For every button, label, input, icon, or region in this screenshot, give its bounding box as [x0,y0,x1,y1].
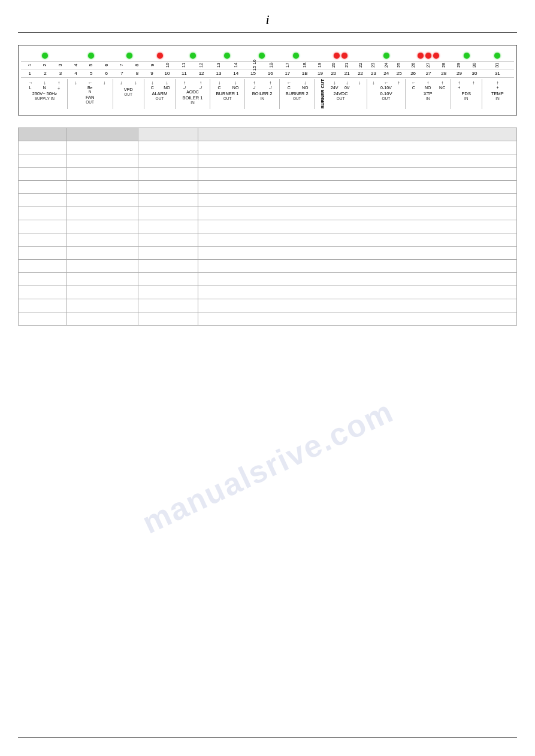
sig-burner2-sublabel: OUT [293,96,301,101]
table-cell-9-2 [138,259,198,272]
signal-vfd-7: ↓ [117,80,125,86]
led-group-vfd [114,53,145,59]
sig-temp-sublabel: IN [495,96,500,101]
sig-alarm: ↓ C ↓ NO ALARM OUT [144,79,176,109]
led-burner2 [293,53,299,59]
table-cell-2-2 [138,167,198,180]
table-cell-12-2 [138,299,198,312]
arrow-xtp-27: ↑ [427,80,429,86]
label-24vdc-20: 24V [331,86,338,90]
data-table [18,127,517,326]
table-cell-1-1 [67,154,138,167]
signal-supply-3: ↑ ⏚ [55,80,62,90]
table-cell-6-3 [198,220,517,233]
signal-alarm-10: ↓ NO [163,80,170,90]
sig-boiler2: ↑ -/ ↑ -/ BOILER 2 IN [245,79,280,109]
signals-row: → L ↓ N ↑ ⏚ 230V~ 50Hz SUPPLY IN [21,78,514,110]
led-supply [42,53,48,59]
table-cell-7-0 [19,233,67,246]
sig-boiler1-sublabel: IN [191,101,195,105]
label-fan-be: Be [87,86,93,90]
term-25: 25 [397,62,401,69]
signal-xtp-27: ↑ NO [424,80,431,90]
table-cell-7-2 [138,233,198,246]
pin-xtp-26: 26 [410,71,416,76]
arrow-fan-4: ↓ [74,80,77,86]
signal-xtp-26: ← C [410,80,417,90]
burner-cut-label: BURNER CUT [320,79,325,109]
pin-boiler1-11: 11 [182,71,187,76]
info-icon: i [265,12,269,28]
table-cell-8-3 [198,246,517,259]
pin-burner1-13: 13 [216,71,221,76]
table-cell-5-2 [138,207,198,220]
pin-fan-5: 5 [90,71,92,76]
term-group-pds: 29 30 [452,63,482,68]
arrow-24vdc-20: ↓ [333,80,335,86]
sig-010v-label: 0-10V [380,91,392,96]
pin-label-vfd: 7 8 [114,71,145,76]
table-cell-13-2 [138,312,198,325]
pin-label-temp: 31 [482,71,513,76]
signal-fan-4: ↓ [72,80,79,93]
term-3: 3 [58,62,63,69]
sig-supply: → L ↓ N ↑ ⏚ 230V~ 50Hz SUPPLY IN [22,79,68,109]
term-7: 7 [120,62,125,69]
table-cell-1-2 [138,154,198,167]
arrow-vfd-7: ↓ [120,80,122,86]
term-12: 12 [199,62,204,69]
label-fan-N: N [89,90,91,93]
signal-supply-2: ↓ N [41,80,48,90]
label-alarm-no: NO [164,86,170,90]
table-cell-11-3 [198,286,517,299]
sig-vfd-pins: ↓ ↓ [114,80,143,86]
label-burner1-c: C [218,86,221,90]
arrow-xtp-28: ↑ [441,80,443,86]
label-supply-N: N [43,86,46,90]
arrow-supply-1: → [28,80,32,86]
table-cell-12-1 [67,299,138,312]
pin-alarm-9: 9 [150,71,153,76]
table-row [19,207,517,220]
pin-burner1-14: 14 [233,71,238,76]
arrow-supply-2: ↓ [43,80,46,86]
table-cell-2-1 [67,167,138,180]
sig-burner1-sublabel: OUT [223,96,232,101]
signal-010v-23: ↓ [370,80,377,90]
sig-burner1: ↓ C ↓ NO BURNER 1 OUT [210,79,245,109]
signal-24vdc-21: ↓ 0V [343,80,350,90]
arrow-010v-24: ← [383,80,388,86]
term-9: 9 [150,62,155,69]
led-group-boiler2 [244,53,279,59]
table-cell-0-1 [67,141,138,154]
table-row [19,154,517,167]
signal-vfd-8: ↓ [132,80,139,86]
arrow-xtp-26: ← [411,80,416,86]
led-010v [383,53,389,59]
pin-010v-25: 25 [397,71,402,76]
table-row [19,312,517,325]
signal-boiler2-15: ↑ -/ [250,80,258,90]
table-cell-11-2 [138,286,198,299]
label-xtp-no: NO [425,86,431,90]
term-2: 2 [43,62,48,69]
sig-pds-label: PDS [462,91,471,96]
sig-boiler1-label: BOILER 1 [183,95,203,101]
led-pds [464,53,470,59]
table-cell-4-3 [198,193,517,207]
sig-24vdc-sublabel: OUT [337,96,345,101]
table-row [19,259,517,272]
signal-burner2-17: ← C [285,80,292,90]
signal-24vdc-22: ↓ [356,80,363,90]
pin-burner2-17: 17 [285,71,290,76]
signal-boiler1-11: ↑ -/ [181,80,188,90]
terminal-numbers-row: 1 2 3 4 5 6 7 8 9 10 11 12 13 [21,62,514,69]
led-group-alarm [145,53,176,59]
arrow-pds-30: ↑ [472,80,474,86]
pin-vfd-8: 8 [136,71,138,76]
label-010v-24: 0-10V [380,86,392,90]
sig-boiler1: ↑ -/ ↑ -/ AC/DC BOILER 1 IN [176,79,210,109]
pin-supply-1: 1 [29,71,31,76]
watermark-text: manualsrive.com [137,393,399,541]
term-15: 15 16 [252,59,256,71]
